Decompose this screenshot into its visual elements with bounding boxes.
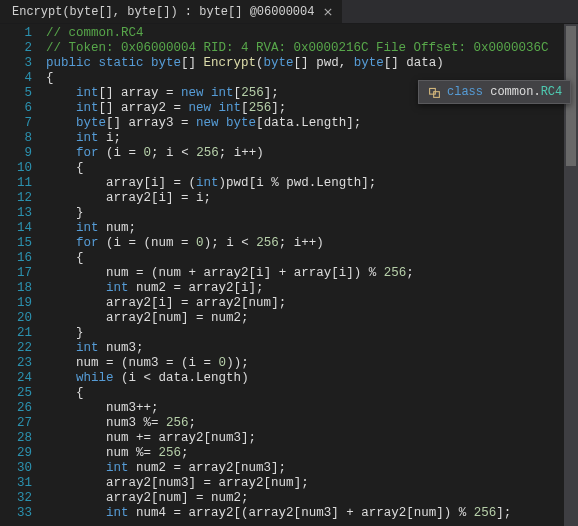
line-number: 18 <box>0 281 32 296</box>
line-number: 9 <box>0 146 32 161</box>
code-line[interactable]: { <box>46 386 578 401</box>
line-number: 27 <box>0 416 32 431</box>
line-number: 16 <box>0 251 32 266</box>
line-number: 5 <box>0 86 32 101</box>
line-number: 24 <box>0 371 32 386</box>
editor-tab[interactable]: Encrypt(byte[], byte[]) : byte[] @060000… <box>0 0 343 23</box>
tooltip-namespace: common <box>490 85 533 99</box>
code-line[interactable]: while (i < data.Length) <box>46 371 578 386</box>
line-number: 25 <box>0 386 32 401</box>
line-number: 1 <box>0 26 32 41</box>
code-line[interactable]: int num3; <box>46 341 578 356</box>
line-number: 7 <box>0 116 32 131</box>
code-line[interactable]: // common.RC4 <box>46 26 578 41</box>
tab-title: Encrypt(byte[], byte[]) : byte[] @060000… <box>12 5 314 19</box>
line-number: 26 <box>0 401 32 416</box>
code-line[interactable]: num %= 256; <box>46 446 578 461</box>
line-number: 29 <box>0 446 32 461</box>
line-number: 8 <box>0 131 32 146</box>
line-number: 14 <box>0 221 32 236</box>
line-number: 28 <box>0 431 32 446</box>
code-line[interactable]: num3 %= 256; <box>46 416 578 431</box>
code-line[interactable]: { <box>46 161 578 176</box>
line-number: 3 <box>0 56 32 71</box>
line-number: 4 <box>0 71 32 86</box>
code-line[interactable]: // Token: 0x06000004 RID: 4 RVA: 0x00002… <box>46 41 578 56</box>
line-number: 22 <box>0 341 32 356</box>
line-number: 12 <box>0 191 32 206</box>
code-line[interactable]: int num2 = array2[num3]; <box>46 461 578 476</box>
code-line[interactable]: num += array2[num3]; <box>46 431 578 446</box>
line-number: 19 <box>0 296 32 311</box>
line-number: 13 <box>0 206 32 221</box>
code-line[interactable]: array2[i] = array2[num]; <box>46 296 578 311</box>
code-line[interactable]: num = (num3 = (i = 0)); <box>46 356 578 371</box>
code-editor[interactable]: 1234567891011121314151617181920212223242… <box>0 24 578 526</box>
code-line[interactable]: int i; <box>46 131 578 146</box>
code-line[interactable]: for (i = 0; i < 256; i++) <box>46 146 578 161</box>
code-line[interactable]: int num; <box>46 221 578 236</box>
tooltip-classname: RC4 <box>541 85 563 99</box>
close-icon[interactable] <box>322 6 334 18</box>
code-line[interactable]: public static byte[] Encrypt(byte[] pwd,… <box>46 56 578 71</box>
tab-bar: Encrypt(byte[], byte[]) : byte[] @060000… <box>0 0 578 24</box>
line-number: 2 <box>0 41 32 56</box>
code-line[interactable]: array2[i] = i; <box>46 191 578 206</box>
code-line[interactable]: for (i = (num = 0); i < 256; i++) <box>46 236 578 251</box>
code-line[interactable]: { <box>46 251 578 266</box>
hover-tooltip: class common.RC4 <box>418 80 571 104</box>
line-number: 11 <box>0 176 32 191</box>
code-line[interactable]: array2[num] = num2; <box>46 311 578 326</box>
line-number: 30 <box>0 461 32 476</box>
tooltip-text: class common.RC4 <box>447 85 562 99</box>
line-number: 6 <box>0 101 32 116</box>
line-number: 21 <box>0 326 32 341</box>
tooltip-keyword: class <box>447 85 483 99</box>
code-line[interactable]: } <box>46 206 578 221</box>
line-number: 33 <box>0 506 32 521</box>
code-line[interactable]: int num4 = array2[(array2[num3] + array2… <box>46 506 578 521</box>
line-number: 31 <box>0 476 32 491</box>
code-line[interactable]: array2[num] = num2; <box>46 491 578 506</box>
code-line[interactable]: num3++; <box>46 401 578 416</box>
code-line[interactable]: byte[] array3 = new byte[data.Length]; <box>46 116 578 131</box>
code-line[interactable]: int num2 = array2[i]; <box>46 281 578 296</box>
line-number: 10 <box>0 161 32 176</box>
line-number: 15 <box>0 236 32 251</box>
code-line[interactable]: } <box>46 326 578 341</box>
code-line[interactable]: array[i] = (int)pwd[i % pwd.Length]; <box>46 176 578 191</box>
line-number-gutter: 1234567891011121314151617181920212223242… <box>0 24 40 526</box>
code-line[interactable]: num = (num + array2[i] + array[i]) % 256… <box>46 266 578 281</box>
line-number: 32 <box>0 491 32 506</box>
code-line[interactable]: array2[num3] = array2[num]; <box>46 476 578 491</box>
line-number: 17 <box>0 266 32 281</box>
line-number: 23 <box>0 356 32 371</box>
line-number: 20 <box>0 311 32 326</box>
class-icon <box>427 85 441 99</box>
